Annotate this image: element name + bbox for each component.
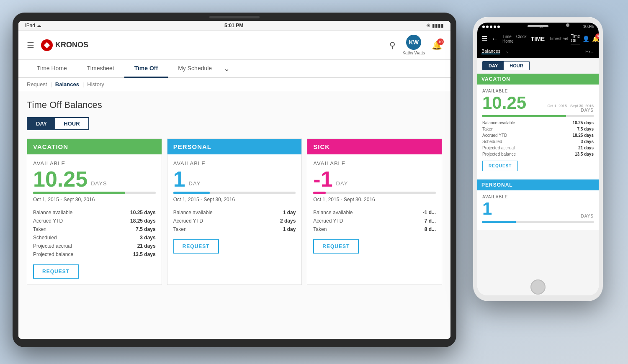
vacation-stat-4: Projected accrual 21 days (33, 242, 156, 250)
personal-unit: DAY (189, 180, 201, 187)
tablet-time: 5:01 PM (224, 23, 243, 28)
tablet-device: iPad ☁ 5:01 PM ✳ ▮▮▮▮ ☰ KRONOS (13, 13, 456, 347)
breadcrumb-request[interactable]: Request (27, 81, 47, 87)
phone-tab-time-home[interactable]: Time Home (502, 33, 514, 44)
sick-progress-fill (313, 192, 325, 194)
breadcrumb-balances[interactable]: Balances (55, 81, 79, 87)
phone-vacation-stat-3: Scheduled 3 days (482, 138, 594, 145)
vacation-request-btn[interactable]: REQUEST (33, 264, 79, 279)
dot-3 (490, 26, 492, 28)
battery-icon: ▮▮▮▮ (432, 23, 444, 28)
phone-vacation-card: AVAILABLE 10.25 Oct 1, 2015 - Sept 30, 2… (477, 85, 599, 179)
kronos-brand-icon (41, 39, 53, 51)
phone-nav-tabs: Time Home Clock (502, 33, 527, 44)
phone-personal-progress (482, 221, 594, 223)
phone-user-icon: 👤 (582, 36, 589, 42)
phone-screen: ⌘ 100% ☰ ← Time Home Clock TIME Timeshee… (477, 23, 599, 295)
phone-toggle-group: DAY HOUR (482, 61, 530, 70)
dot-1 (482, 26, 485, 28)
personal-card-body: AVAILABLE 1 DAY Oct 1, 2015 - Sept 30, 2… (167, 154, 302, 259)
phone-nav-header: ☰ ← Time Home Clock TIME Timesheet Time … (477, 31, 599, 47)
phone-sub-tab-chevron[interactable]: ⌄ (505, 49, 509, 54)
vacation-stat-2: Taken 7.5 days (33, 225, 156, 233)
phone-tab-time-off[interactable]: Time Off (571, 33, 580, 44)
tab-time-off[interactable]: Time Off (124, 60, 168, 78)
vacation-stat-1: Accrued YTD 18.25 days (33, 217, 156, 225)
notification-badge: 10 (437, 38, 444, 45)
breadcrumb-sep-1: | (50, 81, 51, 87)
phone-personal-header: PERSONAL (477, 179, 599, 190)
sick-value-row: -1 DAY (313, 168, 436, 190)
sick-value: -1 (313, 168, 332, 190)
phone-vacation-stat-5: Projected balance 13.5 days (482, 151, 594, 157)
tablet-status-bar: iPad ☁ 5:01 PM ✳ ▮▮▮▮ (18, 21, 450, 31)
phone-tab-timesheet[interactable]: Timesheet (549, 36, 568, 42)
phone-personal-avail-label: AVAILABLE (482, 195, 594, 199)
breadcrumb-sep-2: | (82, 81, 84, 87)
phone-personal-value: 1 (482, 199, 492, 218)
personal-stat-2: Taken 1 day (173, 225, 296, 233)
vacation-value: 10.25 (33, 168, 88, 190)
phone-home-button[interactable] (530, 279, 546, 295)
notification-icon[interactable]: 🔔 10 (432, 40, 442, 50)
personal-progress-fill (173, 192, 210, 194)
personal-date-range: Oct 1, 2015 - Sept 30, 2016 (173, 197, 296, 203)
phone-sub-tab-balances[interactable]: Balances (481, 49, 500, 54)
balance-cards-row: VACATION AVAILABLE 10.25 DAYS Oct 1, 201… (27, 138, 442, 285)
user-section: KW Kathy Watts (402, 35, 425, 55)
vacation-available-label: AVAILABLE (33, 160, 156, 167)
phone-sub-tab-ex[interactable]: Ex... (585, 49, 595, 54)
day-toggle-btn[interactable]: DAY (28, 118, 55, 129)
sick-card-body: AVAILABLE -1 DAY Oct 1, 2015 - Sept 30, … (307, 154, 442, 259)
phone-sub-header: Balances ⌄ Ex... (477, 47, 599, 58)
sick-progress-bg (313, 192, 436, 194)
sick-stat-1: Accrued YTD 7 d... (313, 217, 436, 225)
personal-card: PERSONAL AVAILABLE 1 DAY Oct 1, 2015 - S… (167, 138, 302, 285)
phone-vacation-header: VACATION (477, 74, 599, 85)
personal-progress-bg (173, 192, 296, 194)
phone-day-btn[interactable]: DAY (483, 62, 504, 70)
vacation-card-body: AVAILABLE 10.25 DAYS Oct 1, 2015 - Sept … (27, 154, 162, 285)
vacation-stat-3: Scheduled 3 days (33, 233, 156, 242)
dot-2 (486, 26, 489, 28)
sick-card: SICK AVAILABLE -1 DAY Oct 1, 2015 - Sept… (307, 138, 442, 285)
phone-menu-icon[interactable]: ☰ (481, 35, 487, 43)
breadcrumb-history[interactable]: History (87, 81, 104, 87)
phone-tab-clock[interactable]: Clock (516, 33, 527, 44)
hour-toggle-btn[interactable]: HOUR (55, 118, 88, 129)
sick-card-header: SICK (307, 139, 442, 154)
phone-back-icon[interactable]: ← (492, 35, 498, 43)
phone-badge: 10 (595, 33, 599, 39)
nav-more-icon[interactable]: ⌄ (224, 64, 230, 73)
vacation-value-row: 10.25 DAYS (33, 168, 156, 190)
search-icon[interactable]: ⚲ (389, 40, 396, 50)
tab-time-home[interactable]: Time Home (27, 60, 77, 78)
phone-vacation-stat-4: Projected accrual 21 days (482, 145, 594, 151)
phone-outer: ⌘ 100% ☰ ← Time Home Clock TIME Timeshee… (473, 17, 603, 301)
tab-my-schedule[interactable]: My Schedule (168, 60, 222, 78)
personal-value: 1 (173, 168, 185, 190)
page-title: Time Off Balances (27, 100, 442, 110)
sick-request-btn[interactable]: REQUEST (313, 239, 359, 254)
phone-vacation-request-btn[interactable]: REQUEST (482, 161, 518, 171)
phone-vacation-date: Oct 1, 2015 - Sept 30, 2016 (547, 104, 594, 108)
phone-vacation-stat-2: Accrued YTD 18.25 days (482, 132, 594, 138)
dot-5 (497, 26, 500, 28)
personal-stat-0: Balance available 1 day (173, 208, 296, 217)
personal-request-btn[interactable]: REQUEST (173, 239, 219, 254)
ipad-label: iPad ☁ (25, 23, 41, 28)
phone-vacation-unit: DAYS (547, 108, 594, 113)
menu-icon[interactable]: ☰ (27, 40, 34, 50)
phone-signal-dots (482, 26, 500, 28)
avatar: KW (406, 35, 421, 50)
vacation-stat-0: Balance available 10.25 days (33, 208, 156, 217)
tab-timesheet[interactable]: Timesheet (77, 60, 124, 78)
tablet-notch (209, 16, 260, 18)
phone-hour-btn[interactable]: HOUR (504, 62, 529, 70)
phone-speaker (528, 25, 548, 27)
vacation-date-range: Oct 1, 2015 - Sept 30, 2016 (33, 197, 156, 203)
phone-title: TIME (531, 36, 545, 42)
sick-available-label: AVAILABLE (313, 160, 436, 167)
personal-available-label: AVAILABLE (173, 160, 296, 167)
user-name: Kathy Watts (402, 51, 425, 55)
